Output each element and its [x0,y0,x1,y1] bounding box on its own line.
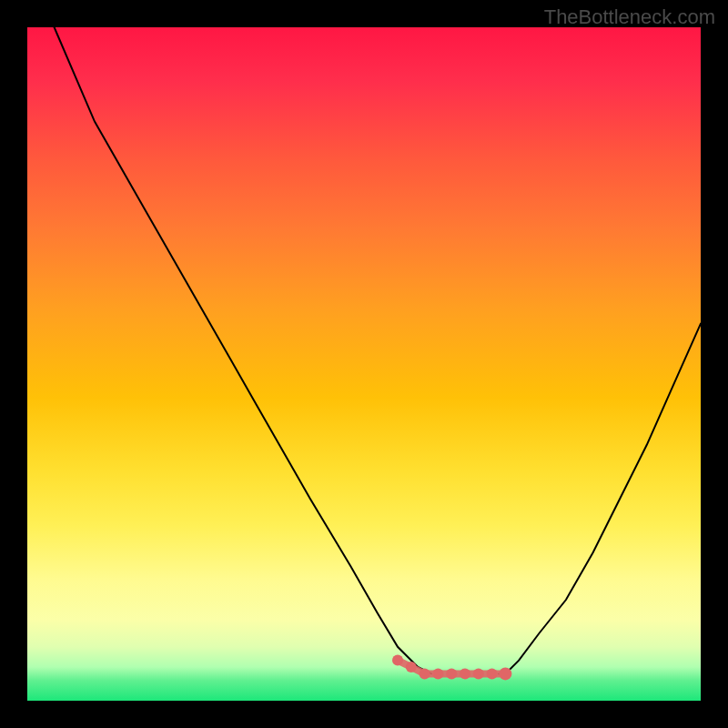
trough-marker [432,668,443,679]
trough-marker [473,668,484,679]
trough-marker [420,668,430,679]
trough-marker [392,655,403,666]
curve-layer [27,27,701,701]
plot-area [27,27,701,701]
right-curve [499,324,701,674]
trough-end-marker [499,667,511,680]
trough-marker [460,668,470,679]
trough-marker [446,668,457,679]
left-curve [55,27,431,673]
watermark-label: TheBottleneck.com [544,5,715,29]
trough-marker [487,668,498,679]
trough-marker [406,662,417,672]
